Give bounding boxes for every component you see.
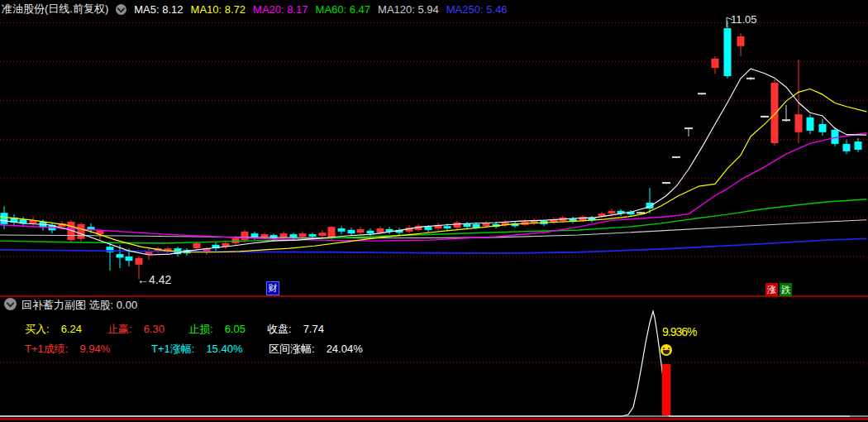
candlestick — [367, 231, 374, 233]
ma10-label: MA10: 8.72 — [191, 3, 246, 16]
stat-label: 买入: — [25, 323, 50, 335]
stat-take-profit: 止赢:6.30 — [107, 322, 165, 337]
stat-close: 收盘:7.74 — [267, 322, 324, 337]
candlestick — [724, 28, 732, 76]
subpanel-collapse-chevron-icon[interactable] — [4, 298, 17, 310]
ma250-label: MA250: 5.46 — [446, 3, 508, 16]
stat-value: 6.05 — [225, 323, 246, 335]
ma-line-ma5 — [0, 69, 866, 255]
ma5-label: MA5: 8.12 — [134, 3, 183, 16]
candlestick — [319, 233, 327, 236]
die-signal-marker: 跌 — [780, 283, 792, 296]
stat-value: 6.30 — [144, 323, 165, 335]
chevron-down-icon — [7, 300, 15, 308]
stat-label: 收盘: — [267, 323, 292, 335]
candlestick — [280, 233, 288, 237]
candlestick — [136, 258, 143, 265]
candlestick — [599, 213, 606, 216]
candlestick — [425, 227, 432, 230]
candlestick — [377, 228, 384, 233]
stat-t1-gain: T+1涨幅:15.40% — [151, 342, 242, 357]
collapse-chevron-icon[interactable] — [116, 4, 126, 15]
signal-percent-annotation: 9.936% — [662, 325, 696, 338]
ma-line-ma60 — [0, 199, 866, 243]
stat-value: 24.04% — [327, 343, 363, 355]
candlestick — [737, 36, 745, 46]
candlestick — [338, 228, 346, 232]
candlestick — [473, 224, 480, 228]
candlestick — [454, 223, 461, 228]
trading-app-window: 准油股份(日线.前复权) MA5: 8.12 MA10: 8.72 MA20: … — [0, 0, 868, 422]
candlestick — [241, 232, 249, 240]
candlestick — [126, 257, 133, 261]
candlestick — [795, 114, 803, 132]
signal-bar — [662, 364, 670, 415]
stat-value: 6.24 — [61, 323, 82, 335]
candlestick — [819, 124, 827, 132]
stat-value: 7.74 — [303, 323, 324, 335]
candlestick — [1, 213, 8, 224]
candlestick — [251, 233, 259, 237]
stat-value: 15.40% — [206, 343, 242, 355]
candlestick — [261, 234, 269, 237]
ma120-label: MA120: 5.94 — [378, 3, 439, 16]
cai-signal-marker: 财 — [266, 281, 279, 295]
candlestick — [309, 234, 317, 237]
kline-chart-canvas[interactable] — [0, 0, 868, 422]
smiley-face-icon — [661, 344, 672, 356]
stat-label: 区间涨幅: — [269, 343, 315, 355]
chevron-down-icon — [117, 4, 126, 12]
stat-label: 止赢: — [107, 323, 132, 335]
candlestick — [290, 234, 298, 237]
stat-range-gain: 区间涨幅:24.04% — [269, 342, 363, 357]
candlestick — [855, 141, 862, 150]
stat-value: 9.94% — [79, 343, 110, 355]
stat-label: 止损: — [188, 323, 213, 335]
stat-buy: 买入:6.24 — [25, 322, 82, 337]
stat-t1-score: T+1成绩:9.94% — [25, 342, 110, 357]
subpanel-title: 回补蓄力副图 选股: 0.00 — [21, 298, 137, 313]
high-price-annotation: 11.05 — [731, 13, 757, 26]
candlestick — [299, 233, 307, 237]
candlestick — [843, 144, 851, 151]
ma20-label: MA20: 8.17 — [253, 3, 308, 16]
candlestick — [444, 226, 451, 228]
stock-title: 准油股份(日线.前复权) — [2, 2, 108, 17]
ma60-label: MA60: 6.47 — [316, 3, 371, 16]
candlestick — [771, 83, 779, 143]
candlestick — [193, 243, 201, 248]
ma-line-ma120 — [0, 220, 866, 238]
candlestick — [807, 117, 814, 131]
candlestick — [348, 230, 355, 233]
candlestick — [78, 224, 85, 239]
candlestick — [712, 59, 719, 68]
stat-label: T+1涨幅: — [151, 343, 194, 355]
ma-line-ma10 — [0, 89, 866, 252]
low-price-annotation: ←4.42 — [137, 273, 171, 286]
candlestick — [328, 227, 336, 238]
candlestick — [117, 254, 124, 257]
stat-label: T+1成绩: — [25, 343, 68, 355]
stat-stop-loss: 止损:6.05 — [188, 322, 246, 337]
zhang-signal-marker: 涨 — [765, 283, 778, 296]
candlestick — [483, 223, 490, 226]
candlestick — [608, 211, 616, 213]
candlestick — [357, 229, 365, 233]
ma-line-ma20 — [0, 133, 866, 241]
main-chart-title-bar: 准油股份(日线.前复权) MA5: 8.12 MA10: 8.72 MA20: … — [2, 2, 507, 17]
